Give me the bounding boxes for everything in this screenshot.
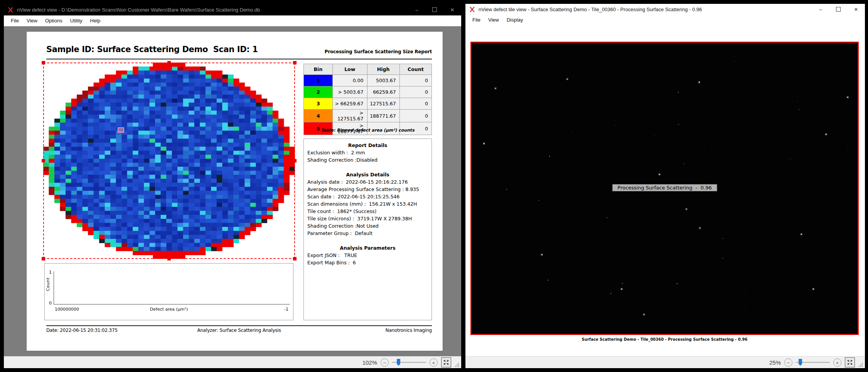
tile-view-window: nView defect tile view - Surface Scatter… [465,4,865,368]
report-viewport: Sample ID: Surface Scattering Demo Scan … [4,26,461,356]
selection-handle-ne[interactable] [293,61,297,64]
menu-help[interactable]: Help [86,15,104,26]
bin-low-cell: > 127515.67 [332,110,367,122]
bin-high-cell: 5003.67 [367,75,399,86]
selection-handle-e[interactable] [293,159,297,162]
fit-view-icon [443,359,449,365]
bin-high-cell: 127515.67 [367,98,399,110]
details-line: Tile size (microns) : 3719.17W X 2789.38… [307,215,428,222]
left-zoom-level: 102% [362,359,377,366]
nanotronics-logo-icon [7,7,14,13]
bin-count-cell: 0 [399,86,431,98]
zoom-slider-thumb[interactable] [397,359,400,366]
details-line: Scan dimensions (mm) : 156.21W x 153.42H [307,200,428,208]
selection-handle-s[interactable] [167,257,171,260]
defect-view-window: nView defect view - D:\Demonstration Sca… [4,4,461,368]
menu-view[interactable]: View [23,15,41,26]
selection-handle-nw[interactable] [42,61,45,64]
bin-table-header-bin: Bin [304,64,333,75]
maximize-icon [432,7,437,12]
bin-table-row: 10.005003.670 [304,75,432,86]
close-button[interactable]: ✕ [847,4,865,15]
zoom-out-button[interactable]: − [784,358,792,367]
maximize-button[interactable] [426,4,443,15]
details-line: Parameter Group : Default [307,230,428,237]
bin-count-cell: 0 [399,75,431,86]
bin-table-caption: Table: Binned defect area (µm²) counts [303,128,432,133]
report-page: Sample ID: Surface Scattering Demo Scan … [27,32,443,351]
details-line: Scan date : 2022-06-15 20:15:25.546 [307,193,428,200]
left-titlebar[interactable]: nView defect view - D:\Demonstration Sca… [4,4,461,15]
bin-table-header-row: Bin Low High Count [304,64,432,75]
details-line: Export Map Bins : 6 [307,259,428,266]
close-button[interactable]: ✕ [443,4,461,15]
details-line: Export JSON : TRUE [307,252,428,259]
details-line: Shading Correction :Not Used [307,222,428,230]
nanotronics-logo-icon [469,6,475,13]
left-menubar: File View Options Utility Help [4,15,461,26]
bin-table-header-low: Low [332,64,367,75]
zoom-in-button[interactable]: + [833,358,841,367]
report-analyzer: Analyzer: Surface Scattering Analysis [175,328,303,333]
details-line: Average Processing Surface Scattering : … [307,186,428,193]
left-window-title: nView defect view - D:\Demonstration Sca… [17,7,260,13]
zoom-out-button[interactable]: − [381,358,389,367]
zoom-slider[interactable] [796,358,830,366]
selection-handle-sw[interactable] [42,257,45,260]
menu-utility[interactable]: Utility [66,15,86,26]
right-window-title: nView defect tile view - Surface Scatter… [479,7,702,12]
selection-handle-w[interactable] [42,159,45,162]
bin-table-row: 2> 5003.6766259.670 [304,86,432,98]
zoom-in-button[interactable]: + [430,358,438,367]
histogram-x-axis [54,304,290,304]
fit-view-button[interactable] [845,357,855,367]
minimize-button[interactable]: – [812,4,829,15]
histogram-y-axis [54,271,54,304]
selection-handle-se[interactable] [293,257,297,260]
report-footer: Date: 2022-06-15 20:31:02.375 Analyzer: … [46,328,432,333]
zoom-slider-thumb[interactable] [799,359,802,366]
right-window-controls: – ✕ [812,4,865,15]
bin-number-cell: 3 [304,98,333,110]
bin-number-cell: 1 [304,75,333,86]
bin-count-cell: 0 [399,98,431,110]
wafer-canvas [43,63,295,259]
details-line: Exclusion width : 2 mm [307,149,428,156]
sample-id-heading: Sample ID: Surface Scattering Demo Scan … [46,45,258,54]
selected-tile-marker[interactable] [118,127,124,133]
menu-view[interactable]: View [484,15,503,25]
defect-histogram: Count 1 0 100000000 Defect area (µm²) -1 [44,263,293,320]
bin-low-cell: 0.00 [332,75,367,86]
right-titlebar[interactable]: nView defect tile view - Surface Scatter… [465,4,865,15]
selection-handle-n[interactable] [167,61,171,64]
details-line: Shading Correction :Disabled [307,156,428,164]
menu-file[interactable]: File [469,15,484,25]
bin-table: Bin Low High Count 10.005003.6702> 5003.… [303,64,432,135]
menu-display[interactable]: Display [503,15,527,25]
bin-table-row: 4> 127515.67188771.670 [304,110,432,122]
menu-file[interactable]: File [7,15,23,26]
wafer-map[interactable] [43,63,295,259]
tile-viewport: Processing Surface Scattering - 0.96 Sur… [465,25,865,356]
details-line: Tile count : 1862* (Success) [307,208,428,215]
histogram-ylabel: Count [46,277,51,291]
bin-low-cell: > 66259.67 [332,98,367,110]
report-company: Nanotronics Imaging [303,328,432,333]
details-panel: Report DetailsExclusion width : 2 mmShad… [303,139,432,320]
maximize-button[interactable] [829,4,847,15]
details-line: Analysis date : 2022-06-15 20:16:22.176 [307,178,428,186]
fit-view-button[interactable] [441,357,451,367]
resize-grip[interactable] [455,362,460,367]
right-zoom-level: 25% [769,359,781,366]
maximize-icon [836,7,841,12]
menu-options[interactable]: Options [41,15,66,26]
tile-image[interactable]: Processing Surface Scattering - 0.96 [470,42,859,335]
minimize-button[interactable]: – [408,4,426,15]
histogram-xtick-right: -1 [284,307,288,312]
zoom-slider[interactable] [392,358,426,366]
bin-high-cell: 66259.67 [367,86,399,98]
bin-count-cell: 0 [399,110,431,122]
resize-grip[interactable] [858,362,863,367]
details-section-heading: Analysis Details [307,171,428,178]
details-section-heading: Analysis Parameters [307,244,428,252]
